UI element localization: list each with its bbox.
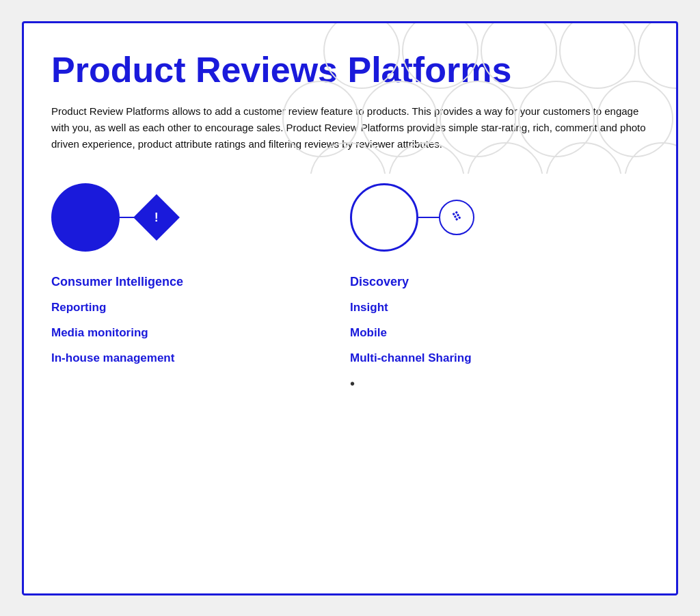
page-description: Product Review Platforms allows to add a… [51, 103, 649, 152]
small-circle-icon: ⠿ [450, 209, 463, 224]
right-big-circle [350, 183, 418, 252]
left-feature-3[interactable]: Media monitoring [51, 320, 350, 345]
left-feature-2[interactable]: Reporting [51, 295, 350, 320]
right-feature-2[interactable]: Insight [350, 295, 649, 320]
right-column: ⠿ Discovery Insight Mobile Multi-channel… [350, 180, 649, 392]
right-small-circle: ⠿ [439, 200, 474, 235]
right-diagram: ⠿ [350, 180, 649, 255]
main-card: Product Reviews Platforms Product Review… [22, 21, 678, 595]
right-feature-4[interactable]: Multi-channel Sharing [350, 345, 649, 371]
left-feature-list: Consumer Intelligence Reporting Media mo… [51, 269, 350, 371]
left-diamond: ! [133, 194, 180, 241]
left-big-circle [51, 183, 120, 252]
features-row: ! Consumer Intelligence Reporting Media … [51, 180, 649, 392]
right-feature-3[interactable]: Mobile [350, 320, 649, 345]
left-feature-1[interactable]: Consumer Intelligence [51, 269, 350, 295]
left-diagram: ! [51, 180, 350, 255]
right-feature-list: Discovery Insight Mobile Multi-channel S… [350, 269, 649, 392]
dot-bullet: • [350, 376, 649, 392]
page-title: Product Reviews Platforms [51, 51, 649, 90]
diamond-icon: ! [154, 210, 159, 224]
left-column: ! Consumer Intelligence Reporting Media … [51, 180, 350, 392]
left-feature-4[interactable]: In-house management [51, 345, 350, 371]
right-feature-1[interactable]: Discovery [350, 269, 649, 295]
right-connector-line [418, 217, 439, 218]
